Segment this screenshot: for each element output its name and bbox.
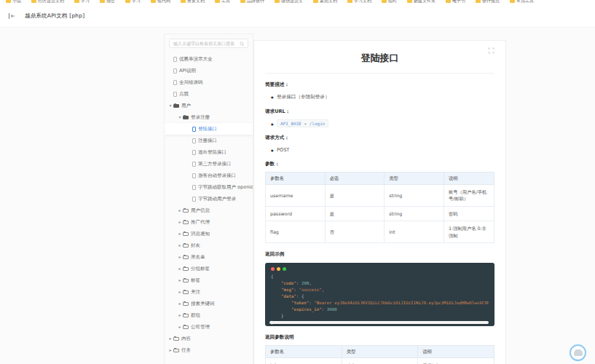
tree-item[interactable]: ▸公司管理 [165, 321, 253, 333]
bookmark-item[interactable]: 学习 [125, 0, 141, 4]
tree-item-label: 公司管理 [191, 324, 210, 331]
folder-icon [183, 244, 189, 248]
table-row: password是string密码 [266, 206, 494, 221]
tree-item[interactable]: ▸好友 [165, 240, 253, 251]
tree-item[interactable]: API说明 [165, 65, 253, 76]
tree-item[interactable]: ▸内容 [165, 333, 253, 344]
tree-item[interactable]: 登陆接口 [165, 123, 253, 135]
folder-icon [313, 0, 318, 3]
tree-item[interactable]: ▾登录注册 [165, 111, 253, 123]
tree-item[interactable]: 第三方登录接口 [165, 158, 253, 170]
fullscreen-icon[interactable] [488, 47, 494, 54]
tree-item[interactable]: ▸搜索关键词 [165, 298, 253, 309]
caret-right-icon: ▸ [177, 313, 183, 317]
help-float-button[interactable] [570, 344, 586, 361]
tree-item[interactable]: ▸标签 [165, 274, 253, 286]
tree-item-label: API说明 [179, 68, 196, 74]
tree-item[interactable]: ▸群组 [165, 309, 253, 321]
tree-item-label: 登陆接口 [198, 126, 217, 132]
tree-item-label: 群组 [191, 312, 200, 319]
bookmark-item[interactable]: 小说 [6, 0, 21, 4]
table-header-row: 参数名必选类型说明 [266, 173, 494, 185]
bookmark-item[interactable]: 桌面文档 [313, 0, 337, 4]
request-url: API_BASE + /login [271, 121, 494, 127]
caret-right-icon: ▸ [177, 266, 183, 271]
bookmark-label: 新建文件夹 [414, 0, 436, 4]
tree-item[interactable]: 退出登陆接口 [165, 146, 253, 158]
table-cell: username [266, 185, 326, 207]
bookmark-item[interactable]: 低代码 [151, 0, 170, 4]
collapse-sidebar-icon[interactable] [8, 12, 15, 20]
tree-item-label: 消息通知 [191, 231, 210, 237]
sidebar-tree: 优惠券演示大全API说明全局错误码点我▾用户▾登录注册登陆接口注册接口退出登陆接… [165, 53, 253, 356]
table-cell: string [342, 358, 418, 364]
table-cell: 密码 [444, 206, 494, 221]
tree-item[interactable]: 字节跳动用户登录 [165, 193, 253, 205]
folder-icon [31, 0, 36, 3]
page-header: 越鼎系统API文档 [php] [0, 5, 595, 28]
caret-right-icon: ▸ [177, 290, 183, 294]
tree-item[interactable]: 游客自动登录接口 [165, 170, 253, 181]
tree-item[interactable]: ▸黑名单 [165, 251, 253, 263]
tree-item[interactable]: ▸关注 [165, 286, 253, 298]
document-title: 越鼎系统API文档 [php] [25, 12, 84, 20]
bookmark-item[interactable]: 报告 [100, 0, 115, 4]
code-line: "msg": "success", [271, 287, 489, 293]
bookmark-item[interactable]: 临时 [382, 0, 397, 4]
tree-item-label: 退出登陆接口 [198, 149, 226, 156]
search-input[interactable] [170, 39, 248, 47]
tree-item[interactable]: 字节跳动获取用户 openid [165, 181, 253, 193]
tree-item-label: 用户 [181, 103, 191, 109]
bookmark-label: 桌面文档 [320, 0, 337, 4]
table-cell: 否 [325, 221, 385, 243]
tree-item-label: 点我 [179, 91, 189, 98]
tree-item[interactable]: ▸用户信息 [165, 205, 253, 216]
bookmark-item[interactable]: 电子书 [446, 0, 465, 4]
table-header-row: 参数名类型说明 [266, 346, 494, 358]
caret-down-icon: ▾ [168, 103, 173, 108]
folder-icon [183, 279, 189, 282]
doc-panel: 登陆接口 简要描述： 登录接口（非强制登录） 请求URL： API_BASE +… [253, 40, 506, 364]
close-dot-icon [271, 267, 275, 271]
tree-item-label: 登录注册 [191, 114, 210, 121]
section-example-label: 返回示例 [265, 251, 494, 258]
column-header: 参数名 [266, 346, 342, 358]
tree-item[interactable]: ▸推广代理 [165, 216, 253, 228]
bookmark-item[interactable]: 社区运营文档 [31, 0, 64, 4]
folder-icon [6, 0, 11, 3]
tree-item-label: 第三方登录接口 [198, 161, 232, 167]
tree-item[interactable]: ▸消息通知 [165, 228, 253, 240]
folder-icon [181, 0, 186, 3]
tree-item[interactable]: 点我 [165, 88, 253, 100]
column-header: 说明 [418, 346, 494, 358]
bookmark-item[interactable]: 重要文档 [181, 0, 205, 4]
tree-item[interactable]: 优惠券演示大全 [165, 53, 253, 65]
bookmark-item[interactable]: 设计规范 [476, 0, 500, 4]
document-icon [173, 92, 177, 97]
tree-item-label: 注册接口 [198, 138, 217, 144]
document-icon [192, 162, 196, 167]
bookmark-item[interactable]: 学习文档 [347, 0, 371, 4]
bookmark-item[interactable]: 工具 [215, 0, 230, 4]
bookmark-item[interactable]: 品牌设计 [240, 0, 264, 4]
bookmark-item[interactable]: 学习 [74, 0, 90, 4]
tree-item[interactable]: ▸任务 [165, 344, 253, 356]
bookmark-item[interactable]: 微信运营文 [275, 0, 303, 4]
horizontal-scrollbar[interactable] [269, 321, 489, 324]
bookmark-item[interactable]: 新建文件夹 [407, 0, 436, 4]
folder-icon [347, 0, 352, 3]
bookmark-label: 临时 [388, 0, 397, 4]
caret-right-icon: ▸ [177, 255, 183, 259]
tree-item[interactable]: ▸分组标签 [165, 263, 253, 274]
return-params-table: 参数名类型说明tokenstring登录token [265, 345, 494, 364]
code-line: "expires_in": 3600 [271, 306, 489, 313]
folder-icon [74, 0, 79, 3]
tree-item[interactable]: ▾用户 [165, 100, 253, 111]
tree-item[interactable]: 全局错误码 [165, 76, 253, 88]
table-cell: 1:强制用户名 0:非强制 [444, 221, 494, 243]
bookmark-item[interactable]: 常用工具 [510, 0, 534, 4]
tree-item-label: 好友 [191, 242, 200, 249]
minimize-dot-icon [277, 267, 280, 271]
folder-icon [446, 0, 451, 3]
tree-item[interactable]: 注册接口 [165, 135, 253, 146]
